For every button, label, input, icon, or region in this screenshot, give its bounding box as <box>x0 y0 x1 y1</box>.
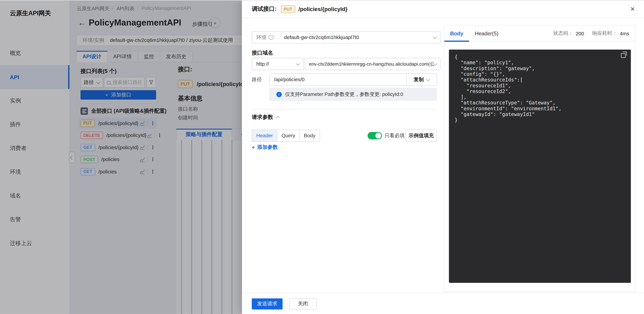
chevron-down-icon <box>296 61 300 65</box>
send-request-button[interactable]: 发送请求 <box>252 298 282 309</box>
chevron-down-icon <box>426 77 430 81</box>
response-time-label: 响应耗时： <box>592 30 617 37</box>
viewport: 云原生API网关 概览 API 实例 插件 消费者 环境 域名 告警 迁移上云 … <box>0 0 644 314</box>
copy-button[interactable]: 复制 <box>406 73 437 86</box>
divider <box>252 109 436 109</box>
required-only-toggle[interactable] <box>368 132 382 140</box>
response-body-terminal: { "name": "policy1", "description": "gat… <box>449 49 631 283</box>
domain-select[interactable]: env-ctv2ddem1hkiiernnrgg-cn-hangzhou.ali… <box>305 58 441 70</box>
plus-icon: + <box>252 145 255 150</box>
response-time-value: 4ms <box>620 30 629 36</box>
param-type-segmented: Header Query Body <box>252 130 320 142</box>
info-icon: i <box>276 92 282 97</box>
fill-example-button[interactable]: 示例值填充 <box>405 130 437 142</box>
page: 云原生API网关 概览 API 实例 插件 消费者 环境 域名 告警 迁移上云 … <box>0 0 644 314</box>
path-label: 路径 <box>252 76 262 83</box>
close-icon[interactable]: ✕ <box>630 6 635 12</box>
tab-response-body[interactable]: Body <box>444 25 469 41</box>
method-badge-put: PUT <box>281 5 295 13</box>
info-banner: i 仅支持Parameter Path参数变更，参数变更: policyId:0 <box>270 88 437 101</box>
add-param-link[interactable]: + 添加参数 <box>252 144 278 151</box>
drawer-api-path: /policies/{policyId} <box>298 6 348 12</box>
debug-drawer: 调试接口: PUT /policies/{policyId} ✕ 环境 i de… <box>242 0 644 314</box>
environment-select[interactable]: 环境 i default-gw-ctv2cq6m1hkkjuapl7t0 <box>252 31 441 43</box>
response-json: { "name": "policy1", "description": "gat… <box>449 49 631 127</box>
chevron-down-icon <box>433 61 437 65</box>
request-params-title[interactable]: 请求参数 <box>252 114 279 121</box>
response-status: 状态码： 200 响应耗时： 4ms <box>553 25 629 41</box>
drawer-footer: 发送请求 关闭 <box>242 293 644 314</box>
status-code-label: 状态码： <box>553 30 573 37</box>
domain-section-label: 接口域名 <box>252 49 273 57</box>
segment-header[interactable]: Header <box>252 130 277 142</box>
chevron-down-icon <box>433 35 437 39</box>
tab-response-header[interactable]: Header(5) <box>469 25 504 41</box>
segment-body[interactable]: Body <box>299 130 320 142</box>
response-panel: Body Header(5) 状态码： 200 响应耗时： 4ms { "nam… <box>444 25 635 292</box>
info-banner-text: 仅支持Parameter Path参数变更，参数变更: policyId:0 <box>285 91 403 98</box>
path-input[interactable]: /api/policies/0 <box>270 73 407 86</box>
status-code-value: 200 <box>576 30 584 36</box>
copy-icon[interactable] <box>621 53 626 58</box>
toggle-knob <box>375 133 381 139</box>
protocol-select[interactable]: http:// <box>252 58 304 70</box>
drawer-header: 调试接口: PUT /policies/{policyId} ✕ <box>242 0 644 18</box>
info-icon: i <box>268 35 273 40</box>
chevron-up-icon <box>276 116 280 120</box>
drawer-title: 调试接口: <box>252 5 277 13</box>
segment-query[interactable]: Query <box>277 130 299 142</box>
required-only-label: 只看必填 <box>384 132 404 140</box>
close-button[interactable]: 关闭 <box>289 298 317 309</box>
